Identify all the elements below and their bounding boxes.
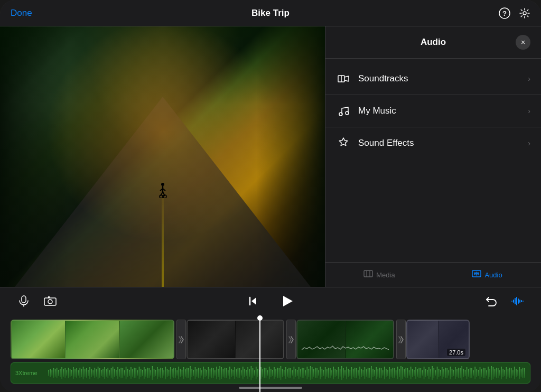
svg-rect-68 [101, 370, 102, 376]
media-tab[interactable]: Media [325, 263, 433, 287]
svg-rect-64 [95, 368, 96, 378]
svg-rect-250 [400, 366, 402, 380]
svg-rect-181 [287, 369, 288, 377]
svg-rect-213 [340, 369, 341, 377]
svg-rect-289 [465, 370, 466, 376]
svg-rect-183 [290, 368, 291, 378]
svg-rect-246 [394, 368, 395, 378]
audio-tab[interactable]: Audio [433, 263, 541, 287]
svg-rect-161 [254, 370, 255, 376]
svg-rect-321 [517, 370, 518, 376]
svg-rect-323 [521, 369, 522, 377]
svg-rect-113 [175, 368, 176, 378]
clip-filmstrip-1 [12, 321, 173, 358]
svg-rect-279 [449, 370, 450, 376]
top-bar-left: Done [11, 8, 74, 18]
svg-rect-142 [223, 369, 224, 377]
svg-rect-81 [123, 368, 124, 378]
svg-rect-52 [74, 369, 76, 377]
help-icon[interactable]: ? [499, 7, 510, 19]
svg-rect-315 [508, 369, 509, 377]
svg-rect-96 [147, 368, 148, 378]
clip-transition[interactable] [396, 320, 406, 359]
svg-line-14 [344, 80, 349, 81]
undo-icon[interactable] [483, 293, 499, 309]
svg-rect-177 [281, 366, 282, 380]
svg-rect-257 [412, 369, 413, 377]
svg-rect-262 [421, 368, 422, 378]
svg-rect-180 [285, 367, 286, 379]
svg-rect-219 [350, 370, 351, 376]
microphone-icon[interactable] [16, 293, 32, 309]
table-row[interactable] [296, 320, 394, 359]
svg-rect-149 [234, 367, 235, 379]
sound-effects-menu-item[interactable]: Sound Effects › [325, 127, 541, 159]
svg-rect-44 [61, 367, 62, 379]
svg-rect-106 [163, 370, 164, 376]
svg-rect-83 [126, 367, 127, 379]
svg-rect-320 [516, 369, 517, 377]
svg-rect-54 [78, 370, 79, 376]
timeline[interactable]: 27.0s 3Xtreme [0, 314, 541, 392]
svg-rect-287 [461, 366, 462, 380]
svg-rect-95 [145, 369, 146, 377]
soundtracks-icon [336, 71, 351, 86]
svg-rect-145 [228, 370, 229, 376]
svg-rect-143 [225, 368, 226, 378]
camera-icon[interactable] [42, 293, 58, 309]
media-tab-icon [363, 269, 373, 281]
table-row[interactable] [186, 320, 284, 359]
svg-rect-144 [226, 368, 227, 378]
svg-rect-266 [427, 370, 428, 376]
clip-transition[interactable] [176, 320, 186, 359]
settings-icon[interactable] [519, 7, 530, 19]
toolbar-left [16, 293, 58, 309]
svg-rect-157 [247, 367, 248, 379]
svg-rect-123 [191, 369, 192, 377]
svg-rect-173 [274, 367, 275, 379]
svg-rect-50 [71, 370, 72, 376]
play-button[interactable] [277, 292, 296, 311]
home-indicator [239, 387, 302, 389]
svg-rect-286 [460, 368, 461, 378]
audio-track-bar[interactable]: 3Xtreme // Generate wav [11, 362, 530, 384]
svg-rect-69 [102, 369, 104, 377]
svg-text:?: ? [502, 10, 507, 17]
audio-close-button[interactable]: × [516, 35, 530, 50]
svg-rect-244 [390, 369, 391, 377]
audio-panel-spacer [325, 165, 541, 263]
svg-rect-233 [372, 369, 374, 377]
waveform-icon[interactable] [509, 293, 525, 309]
svg-rect-53 [76, 368, 77, 378]
svg-rect-300 [483, 368, 484, 378]
svg-rect-141 [221, 367, 222, 379]
svg-rect-153 [241, 370, 242, 376]
my-music-menu-item[interactable]: My Music › [325, 95, 541, 127]
skip-to-start-icon[interactable] [245, 293, 261, 309]
svg-rect-76 [114, 369, 115, 377]
table-row[interactable]: 27.0s [406, 320, 470, 359]
svg-rect-55 [80, 368, 81, 378]
top-bar-right: ? [467, 7, 530, 19]
svg-rect-202 [322, 369, 323, 377]
svg-rect-193 [307, 367, 308, 379]
svg-rect-162 [256, 367, 257, 379]
svg-rect-110 [170, 367, 171, 379]
svg-rect-324 [523, 368, 524, 378]
soundtracks-menu-item[interactable]: Soundtracks › [325, 63, 541, 95]
svg-rect-119 [185, 369, 186, 377]
svg-rect-117 [182, 370, 183, 376]
table-row[interactable] [11, 320, 174, 359]
svg-rect-169 [267, 370, 268, 376]
svg-rect-211 [337, 370, 338, 376]
svg-rect-185 [294, 367, 295, 379]
media-tab-label: Media [376, 271, 395, 279]
clip-transition[interactable] [286, 320, 296, 359]
svg-rect-240 [384, 367, 385, 379]
done-button[interactable]: Done [11, 8, 32, 18]
playhead [259, 315, 260, 392]
svg-rect-204 [325, 367, 326, 379]
svg-rect-223 [356, 368, 357, 378]
svg-rect-152 [239, 368, 240, 378]
svg-rect-225 [359, 367, 360, 379]
